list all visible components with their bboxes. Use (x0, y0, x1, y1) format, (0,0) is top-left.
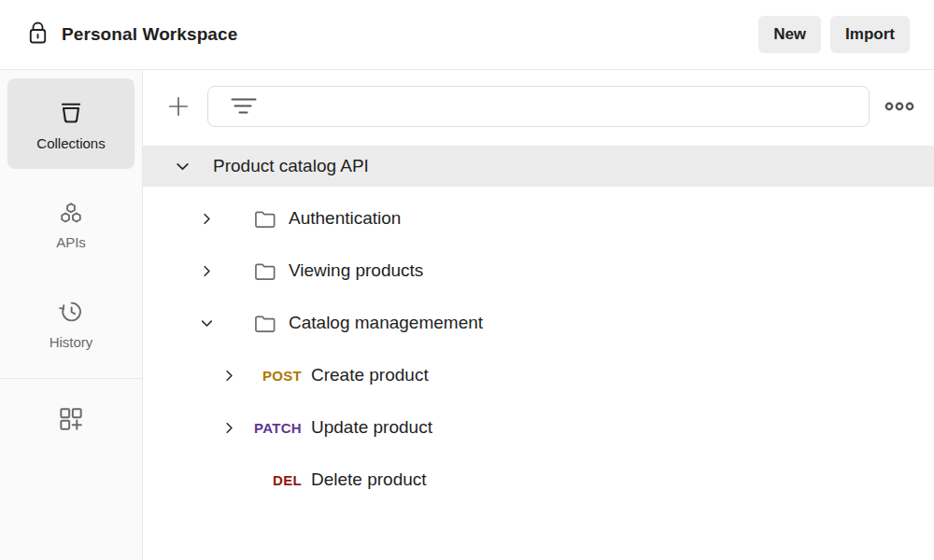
header-actions: New Import (758, 16, 910, 53)
chevron-down-icon[interactable] (199, 315, 215, 331)
left-sidebar: Collections APIs History (0, 70, 143, 560)
filter-input[interactable] (268, 98, 856, 115)
sidebar-divider (0, 378, 142, 379)
folder-icon (252, 206, 277, 231)
add-button[interactable] (158, 86, 199, 127)
method-badge-del: DEL (246, 472, 302, 488)
method-badge-post: POST (246, 368, 302, 384)
sidebar-item-apis[interactable]: APIs (7, 189, 134, 260)
workspace-title: Personal Workspace (62, 24, 237, 45)
more-options-icon (884, 99, 915, 114)
tree-row-request[interactable]: DEL Delete product (143, 454, 934, 506)
new-button[interactable]: New (758, 16, 821, 53)
method-badge-patch: PATCH (246, 420, 302, 436)
apis-icon (57, 200, 85, 226)
chevron-right-icon[interactable] (221, 420, 237, 436)
sidebar-item-collections[interactable]: Collections (7, 78, 134, 169)
tree-row-folder[interactable]: Viewing products (143, 245, 934, 297)
history-icon (57, 298, 85, 326)
request-name: Create product (311, 365, 429, 385)
request-name: Update product (311, 417, 432, 438)
collection-name: Product catalog API (213, 156, 369, 176)
main-panel: Product catalog API Authentication (143, 70, 934, 560)
request-name: Delete product (311, 469, 427, 490)
more-options-button[interactable] (877, 86, 922, 127)
chevron-right-icon[interactable] (199, 263, 215, 279)
new-module-icon (56, 404, 86, 434)
tree-row-folder[interactable]: Catalog managemement (143, 297, 934, 349)
chevron-right-icon[interactable] (199, 211, 215, 227)
import-button[interactable]: Import (830, 16, 910, 53)
workspace-header: Personal Workspace New Import (0, 0, 934, 70)
folder-icon (252, 259, 277, 284)
folder-icon (252, 311, 277, 336)
sidebar-item-history[interactable]: History (7, 288, 134, 359)
sidebar-new-module-button[interactable] (0, 404, 142, 434)
lock-icon (26, 21, 50, 49)
collections-icon (56, 97, 86, 127)
tree-row-folder[interactable]: Authentication (143, 192, 934, 245)
sidebar-item-label: APIs (56, 234, 86, 250)
app-window: Personal Workspace New Import Collection… (0, 0, 934, 560)
tree-row-request[interactable]: PATCH Update product (143, 401, 934, 454)
filter-field (207, 86, 870, 127)
folder-name: Viewing products (289, 260, 423, 281)
chevron-right-icon[interactable] (221, 368, 237, 384)
chevron-down-icon[interactable] (173, 158, 191, 175)
folder-name: Catalog managemement (289, 313, 483, 333)
folder-name: Authentication (289, 208, 401, 229)
collections-tree: Product catalog API Authentication (143, 146, 934, 506)
tree-row-collection[interactable]: Product catalog API (143, 146, 934, 187)
sidebar-item-label: History (50, 334, 93, 350)
filter-icon (231, 97, 257, 116)
plus-icon (166, 94, 191, 119)
sidebar-item-label: Collections (36, 135, 105, 151)
tree-row-request[interactable]: POST Create product (143, 349, 934, 401)
